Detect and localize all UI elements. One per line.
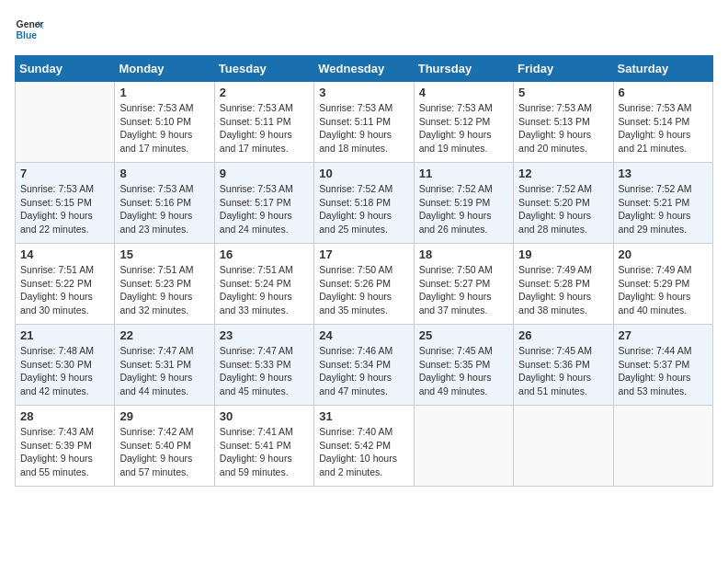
day-info: Sunrise: 7:49 AMSunset: 5:29 PMDaylight:… [619, 263, 708, 317]
day-number: 18 [419, 247, 508, 261]
calendar-cell: 26Sunrise: 7:45 AMSunset: 5:36 PMDayligh… [514, 325, 613, 406]
calendar-cell [414, 406, 513, 487]
day-info: Sunrise: 7:50 AMSunset: 5:27 PMDaylight:… [419, 263, 508, 317]
day-number: 29 [119, 409, 209, 423]
calendar-cell: 12Sunrise: 7:52 AMSunset: 5:20 PMDayligh… [514, 163, 613, 244]
calendar-cell: 19Sunrise: 7:49 AMSunset: 5:28 PMDayligh… [514, 244, 613, 325]
day-info: Sunrise: 7:47 AMSunset: 5:33 PMDaylight:… [220, 344, 309, 398]
day-info: Sunrise: 7:53 AMSunset: 5:16 PMDaylight:… [119, 182, 209, 236]
calendar-cell: 30Sunrise: 7:41 AMSunset: 5:41 PMDayligh… [214, 406, 313, 487]
day-info: Sunrise: 7:52 AMSunset: 5:18 PMDaylight:… [319, 182, 408, 236]
calendar-cell: 14Sunrise: 7:51 AMSunset: 5:22 PMDayligh… [16, 244, 115, 325]
day-number: 3 [319, 86, 408, 99]
calendar-cell: 17Sunrise: 7:50 AMSunset: 5:26 PMDayligh… [314, 244, 414, 325]
week-row-4: 21Sunrise: 7:48 AMSunset: 5:30 PMDayligh… [16, 325, 713, 406]
calendar-cell: 23Sunrise: 7:47 AMSunset: 5:33 PMDayligh… [214, 325, 313, 406]
column-header-sunday: Sunday [16, 56, 115, 82]
day-number: 24 [319, 328, 408, 342]
calendar-cell: 10Sunrise: 7:52 AMSunset: 5:18 PMDayligh… [314, 163, 414, 244]
day-number: 19 [518, 247, 608, 261]
day-number: 1 [119, 86, 209, 99]
day-number: 7 [20, 167, 109, 180]
day-info: Sunrise: 7:45 AMSunset: 5:35 PMDaylight:… [419, 344, 508, 398]
day-info: Sunrise: 7:40 AMSunset: 5:42 PMDaylight:… [319, 425, 408, 479]
calendar-cell: 6Sunrise: 7:53 AMSunset: 5:14 PMDaylight… [613, 82, 712, 163]
week-row-3: 14Sunrise: 7:51 AMSunset: 5:22 PMDayligh… [16, 244, 713, 325]
day-number: 17 [319, 247, 408, 261]
column-header-monday: Monday [115, 56, 214, 82]
calendar-cell: 21Sunrise: 7:48 AMSunset: 5:30 PMDayligh… [16, 325, 115, 406]
day-number: 30 [220, 409, 309, 423]
column-header-friday: Friday [514, 56, 613, 82]
day-number: 22 [119, 328, 209, 342]
day-number: 4 [419, 86, 508, 99]
calendar-cell: 9Sunrise: 7:53 AMSunset: 5:17 PMDaylight… [214, 163, 313, 244]
day-info: Sunrise: 7:52 AMSunset: 5:21 PMDaylight:… [619, 182, 708, 236]
day-info: Sunrise: 7:52 AMSunset: 5:19 PMDaylight:… [419, 182, 508, 236]
day-info: Sunrise: 7:51 AMSunset: 5:23 PMDaylight:… [119, 263, 209, 317]
day-info: Sunrise: 7:48 AMSunset: 5:30 PMDaylight:… [20, 344, 109, 398]
calendar-cell: 15Sunrise: 7:51 AMSunset: 5:23 PMDayligh… [115, 244, 214, 325]
day-number: 27 [619, 328, 708, 342]
calendar-cell [16, 82, 115, 163]
day-info: Sunrise: 7:53 AMSunset: 5:10 PMDaylight:… [119, 101, 209, 155]
day-number: 9 [220, 167, 309, 180]
day-number: 6 [619, 86, 708, 99]
calendar-cell: 27Sunrise: 7:44 AMSunset: 5:37 PMDayligh… [613, 325, 712, 406]
day-info: Sunrise: 7:52 AMSunset: 5:20 PMDaylight:… [518, 182, 608, 236]
day-number: 11 [419, 167, 508, 180]
day-number: 10 [319, 167, 408, 180]
calendar-cell: 8Sunrise: 7:53 AMSunset: 5:16 PMDaylight… [115, 163, 214, 244]
day-number: 26 [518, 328, 608, 342]
header: General Blue [15, 15, 713, 44]
week-row-5: 28Sunrise: 7:43 AMSunset: 5:39 PMDayligh… [16, 406, 713, 487]
week-row-2: 7Sunrise: 7:53 AMSunset: 5:15 PMDaylight… [16, 163, 713, 244]
day-info: Sunrise: 7:42 AMSunset: 5:40 PMDaylight:… [119, 425, 209, 479]
day-info: Sunrise: 7:47 AMSunset: 5:31 PMDaylight:… [119, 344, 209, 398]
day-info: Sunrise: 7:53 AMSunset: 5:11 PMDaylight:… [220, 101, 309, 155]
column-header-wednesday: Wednesday [314, 56, 414, 82]
day-number: 25 [419, 328, 508, 342]
day-info: Sunrise: 7:53 AMSunset: 5:12 PMDaylight:… [419, 101, 508, 155]
day-info: Sunrise: 7:53 AMSunset: 5:11 PMDaylight:… [319, 101, 408, 155]
day-info: Sunrise: 7:53 AMSunset: 5:13 PMDaylight:… [518, 101, 608, 155]
day-number: 13 [619, 167, 708, 180]
column-header-saturday: Saturday [613, 56, 712, 82]
day-info: Sunrise: 7:50 AMSunset: 5:26 PMDaylight:… [319, 263, 408, 317]
calendar-cell: 29Sunrise: 7:42 AMSunset: 5:40 PMDayligh… [115, 406, 214, 487]
calendar-cell: 11Sunrise: 7:52 AMSunset: 5:19 PMDayligh… [414, 163, 513, 244]
day-info: Sunrise: 7:49 AMSunset: 5:28 PMDaylight:… [518, 263, 608, 317]
calendar-cell: 7Sunrise: 7:53 AMSunset: 5:15 PMDaylight… [16, 163, 115, 244]
day-info: Sunrise: 7:53 AMSunset: 5:14 PMDaylight:… [619, 101, 708, 155]
day-info: Sunrise: 7:44 AMSunset: 5:37 PMDaylight:… [619, 344, 708, 398]
day-number: 20 [619, 247, 708, 261]
calendar-cell: 24Sunrise: 7:46 AMSunset: 5:34 PMDayligh… [314, 325, 414, 406]
day-number: 16 [220, 247, 309, 261]
day-number: 2 [220, 86, 309, 99]
calendar-cell: 2Sunrise: 7:53 AMSunset: 5:11 PMDaylight… [214, 82, 313, 163]
calendar-cell: 5Sunrise: 7:53 AMSunset: 5:13 PMDaylight… [514, 82, 613, 163]
calendar-cell: 3Sunrise: 7:53 AMSunset: 5:11 PMDaylight… [314, 82, 414, 163]
day-info: Sunrise: 7:51 AMSunset: 5:24 PMDaylight:… [220, 263, 309, 317]
calendar-cell: 1Sunrise: 7:53 AMSunset: 5:10 PMDaylight… [115, 82, 214, 163]
calendar-cell: 25Sunrise: 7:45 AMSunset: 5:35 PMDayligh… [414, 325, 513, 406]
day-info: Sunrise: 7:53 AMSunset: 5:17 PMDaylight:… [220, 182, 309, 236]
calendar-cell: 31Sunrise: 7:40 AMSunset: 5:42 PMDayligh… [314, 406, 414, 487]
column-header-thursday: Thursday [414, 56, 513, 82]
calendar-cell: 13Sunrise: 7:52 AMSunset: 5:21 PMDayligh… [613, 163, 712, 244]
day-info: Sunrise: 7:43 AMSunset: 5:39 PMDaylight:… [20, 425, 109, 479]
day-info: Sunrise: 7:41 AMSunset: 5:41 PMDaylight:… [220, 425, 309, 479]
calendar-cell: 16Sunrise: 7:51 AMSunset: 5:24 PMDayligh… [214, 244, 313, 325]
day-number: 8 [119, 167, 209, 180]
day-number: 31 [319, 409, 408, 423]
day-info: Sunrise: 7:53 AMSunset: 5:15 PMDaylight:… [20, 182, 109, 236]
day-number: 5 [518, 86, 608, 99]
calendar-cell [514, 406, 613, 487]
day-number: 21 [20, 328, 109, 342]
week-row-1: 1Sunrise: 7:53 AMSunset: 5:10 PMDaylight… [16, 82, 713, 163]
column-header-tuesday: Tuesday [214, 56, 313, 82]
calendar-cell: 22Sunrise: 7:47 AMSunset: 5:31 PMDayligh… [115, 325, 214, 406]
calendar-table: SundayMondayTuesdayWednesdayThursdayFrid… [15, 55, 713, 487]
day-info: Sunrise: 7:45 AMSunset: 5:36 PMDaylight:… [518, 344, 608, 398]
day-number: 23 [220, 328, 309, 342]
